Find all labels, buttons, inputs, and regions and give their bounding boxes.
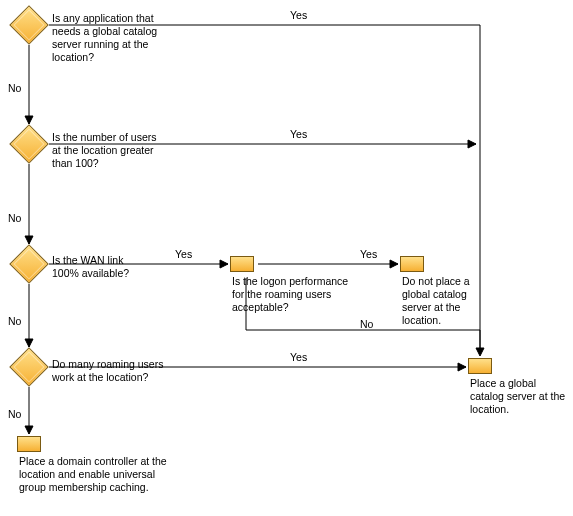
svg-marker-8 bbox=[476, 348, 484, 356]
edge-label-no: No bbox=[8, 212, 21, 224]
edge-label-yes: Yes bbox=[360, 248, 377, 260]
svg-marker-3 bbox=[220, 260, 228, 268]
svg-marker-4 bbox=[390, 260, 398, 268]
svg-marker-7 bbox=[25, 426, 33, 434]
decision-roaming-users-text: Do many roaming users work at the locati… bbox=[52, 358, 182, 384]
edge-label-yes: Yes bbox=[290, 128, 307, 140]
edge-label-no: No bbox=[360, 318, 373, 330]
process-do-not-place-gc bbox=[400, 256, 424, 272]
edge-label-yes: Yes bbox=[290, 351, 307, 363]
process-logon-performance bbox=[230, 256, 254, 272]
decision-users-gt-100-text: Is the number of users at the location g… bbox=[52, 131, 162, 170]
svg-marker-2 bbox=[25, 236, 33, 244]
edge-label-yes: Yes bbox=[175, 248, 192, 260]
process-place-dc-ugmc bbox=[17, 436, 41, 452]
edge-label-no: No bbox=[8, 315, 21, 327]
decision-users-gt-100 bbox=[9, 124, 49, 164]
process-place-gc bbox=[468, 358, 492, 374]
decision-wan-available-text: Is the WAN link 100% available? bbox=[52, 254, 152, 280]
edge-label-no: No bbox=[8, 82, 21, 94]
process-do-not-place-gc-text: Do not place a global catalog server at … bbox=[402, 275, 497, 328]
process-place-gc-text: Place a global catalog server at the loc… bbox=[470, 377, 570, 416]
edge-label-no: No bbox=[8, 408, 21, 420]
decision-roaming-users bbox=[9, 347, 49, 387]
decision-global-catalog-app-text: Is any application that needs a global c… bbox=[52, 12, 172, 65]
flowchart-canvas: { "chart_data": { "type": "diagram", "ti… bbox=[0, 0, 573, 516]
svg-marker-6 bbox=[458, 363, 466, 371]
svg-marker-0 bbox=[25, 116, 33, 124]
decision-wan-available bbox=[9, 244, 49, 284]
edge-label-yes: Yes bbox=[290, 9, 307, 21]
process-place-dc-ugmc-text: Place a domain controller at the locatio… bbox=[19, 455, 169, 494]
decision-global-catalog-app bbox=[9, 5, 49, 45]
process-logon-performance-text: Is the logon performance for the roaming… bbox=[232, 275, 352, 314]
svg-marker-1 bbox=[468, 140, 476, 148]
svg-marker-5 bbox=[25, 339, 33, 347]
